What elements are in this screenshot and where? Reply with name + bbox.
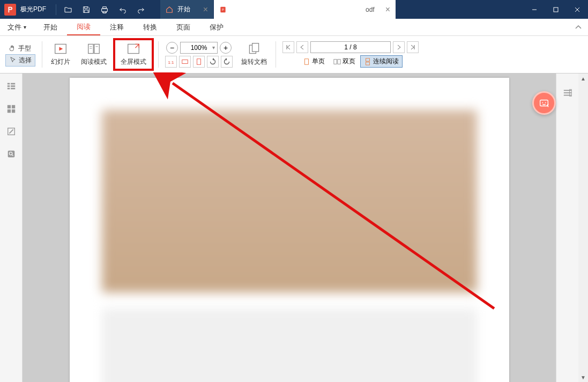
- ribbon-group-pagenav: 1 / 8 单页 双页 连续阅读: [280, 38, 421, 71]
- vertical-scrollbar[interactable]: ▲ ▼: [578, 74, 588, 382]
- reading-mode-tool[interactable]: 阅读模式: [77, 38, 111, 71]
- bookmarks-button[interactable]: [3, 100, 20, 117]
- scroll-up-button[interactable]: ▲: [578, 74, 588, 83]
- svg-rect-25: [7, 85, 9, 87]
- svg-rect-23: [7, 83, 9, 85]
- last-page-button[interactable]: [407, 41, 419, 53]
- divider: [56, 4, 56, 15]
- tab-home[interactable]: 开始 ×: [160, 0, 214, 19]
- fullscreen-mode-label: 全屏模式: [121, 57, 146, 67]
- ribbon-group-zoom: − 100% ▾ + 1:1: [163, 38, 235, 71]
- document-page: [70, 78, 509, 382]
- svg-rect-7: [88, 44, 93, 53]
- svg-rect-27: [7, 88, 9, 90]
- ribbon: 手型 选择 幻灯片 阅读模式 全屏模式 − 100% ▾ +: [0, 36, 588, 74]
- rotate-doc-label: 旋转文档: [241, 57, 267, 67]
- svg-rect-37: [563, 90, 571, 91]
- document-area[interactable]: [23, 74, 556, 382]
- svg-rect-22: [366, 62, 369, 64]
- print-button[interactable]: [96, 0, 113, 19]
- tab-doc-close[interactable]: ×: [385, 5, 390, 14]
- menu-convert[interactable]: 转换: [133, 19, 167, 35]
- fit-actual-button[interactable]: 1:1: [165, 56, 177, 68]
- next-page-button[interactable]: [393, 41, 405, 53]
- menu-protect[interactable]: 保护: [200, 19, 233, 35]
- menu-annotate[interactable]: 注释: [100, 19, 133, 35]
- svg-rect-17: [252, 43, 259, 52]
- left-sidebar: [0, 74, 23, 382]
- slideshow-label: 幻灯片: [51, 57, 70, 67]
- tab-document[interactable]: P odf ×: [214, 0, 396, 19]
- single-page-label: 单页: [312, 57, 325, 66]
- tab-doc-suffix: odf: [366, 6, 375, 13]
- home-icon: [166, 6, 173, 13]
- select-tool[interactable]: 选择: [5, 54, 35, 67]
- slideshow-tool[interactable]: 幻灯片: [47, 38, 75, 71]
- hand-tool-label: 手型: [18, 44, 31, 53]
- thumbnails-button[interactable]: [3, 78, 20, 95]
- svg-text:P: P: [222, 8, 224, 11]
- minimize-button[interactable]: [524, 0, 545, 19]
- rotate-doc-tool[interactable]: 旋转文档: [237, 38, 271, 71]
- open-file-button[interactable]: [59, 0, 77, 19]
- single-page-button[interactable]: 单页: [299, 55, 329, 68]
- svg-rect-31: [7, 109, 10, 113]
- scroll-track[interactable]: [578, 83, 588, 372]
- ribbon-separator: [42, 41, 42, 68]
- close-button[interactable]: [567, 0, 588, 19]
- tab-home-close[interactable]: ×: [203, 5, 208, 14]
- page-number-display[interactable]: 1 / 8: [310, 41, 391, 53]
- svg-rect-34: [8, 151, 14, 158]
- search-button[interactable]: [3, 145, 20, 163]
- ribbon-separator: [158, 41, 159, 68]
- menubar: 文件 ▾ 开始 阅读 注释 转换 页面 保护: [0, 19, 588, 36]
- reading-mode-label: 阅读模式: [81, 57, 107, 67]
- svg-text:1:1: 1:1: [168, 60, 174, 64]
- first-page-button[interactable]: [282, 41, 294, 53]
- fit-page-button[interactable]: [193, 56, 205, 68]
- two-page-label: 双页: [343, 57, 355, 66]
- zoom-out-button[interactable]: −: [166, 42, 178, 54]
- select-tool-label: 选择: [19, 56, 32, 65]
- save-button[interactable]: [78, 0, 95, 19]
- redo-button[interactable]: [132, 0, 150, 19]
- feedback-fab[interactable]: [532, 91, 556, 115]
- prev-page-button[interactable]: [296, 41, 308, 53]
- zoom-in-button[interactable]: +: [220, 42, 232, 54]
- pdf-icon: P: [219, 6, 227, 13]
- fullscreen-mode-tool[interactable]: 全屏模式: [116, 41, 151, 68]
- continuous-button[interactable]: 连续阅读: [360, 55, 403, 68]
- rotate-right-button[interactable]: [221, 56, 233, 68]
- menu-start[interactable]: 开始: [34, 19, 67, 35]
- right-panel-button[interactable]: [559, 84, 576, 101]
- rotate-left-button[interactable]: [207, 56, 219, 68]
- svg-rect-3: [554, 8, 558, 12]
- chevron-down-icon: ▾: [212, 45, 215, 50]
- menu-file[interactable]: 文件 ▾: [0, 19, 34, 35]
- two-page-button[interactable]: 双页: [330, 55, 359, 68]
- svg-rect-19: [333, 59, 336, 64]
- annotations-button[interactable]: [3, 123, 20, 140]
- hand-tool[interactable]: 手型: [5, 43, 34, 54]
- main-area: ▲ ▼: [0, 74, 588, 382]
- collapse-ribbon-button[interactable]: [574, 23, 583, 34]
- fullscreen-highlight: 全屏模式: [113, 38, 154, 71]
- menu-read[interactable]: 阅读: [67, 19, 100, 35]
- window-controls: [524, 0, 588, 19]
- svg-point-42: [542, 102, 543, 103]
- tab-group: 开始 × P odf ×: [160, 0, 396, 19]
- menu-page[interactable]: 页面: [167, 19, 200, 35]
- scroll-down-button[interactable]: ▼: [578, 372, 588, 382]
- svg-point-43: [545, 102, 546, 103]
- titlebar-left: 极光PDF: [0, 0, 150, 19]
- svg-rect-18: [304, 58, 308, 64]
- ribbon-separator: [276, 41, 276, 68]
- zoom-level-display[interactable]: 100% ▾: [180, 42, 218, 54]
- app-name: 极光PDF: [20, 5, 46, 14]
- zoom-value: 100%: [191, 44, 207, 52]
- maximize-button[interactable]: [545, 0, 567, 19]
- undo-button[interactable]: [114, 0, 131, 19]
- svg-rect-38: [563, 92, 571, 93]
- fit-width-button[interactable]: [179, 56, 191, 68]
- svg-rect-14: [182, 60, 188, 63]
